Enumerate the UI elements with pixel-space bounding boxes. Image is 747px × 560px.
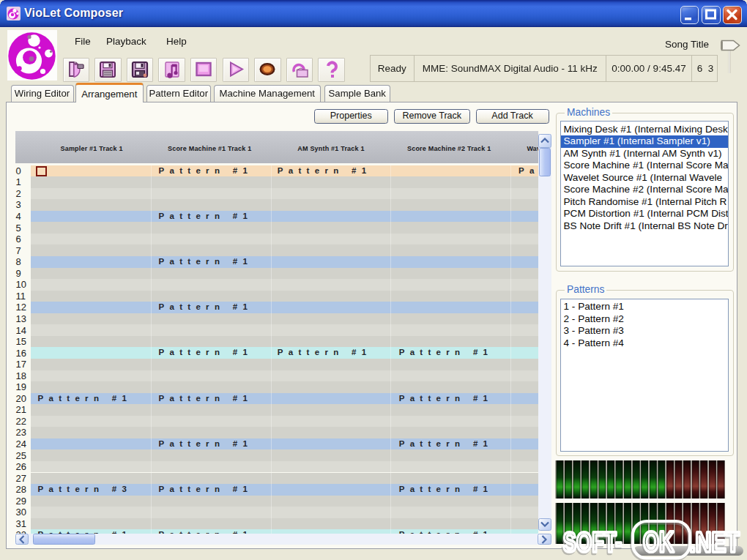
svg-text:SOFT-: SOFT- xyxy=(563,526,622,558)
svg-text:.NET: .NET xyxy=(690,526,740,557)
svg-text:OK: OK xyxy=(643,526,674,558)
